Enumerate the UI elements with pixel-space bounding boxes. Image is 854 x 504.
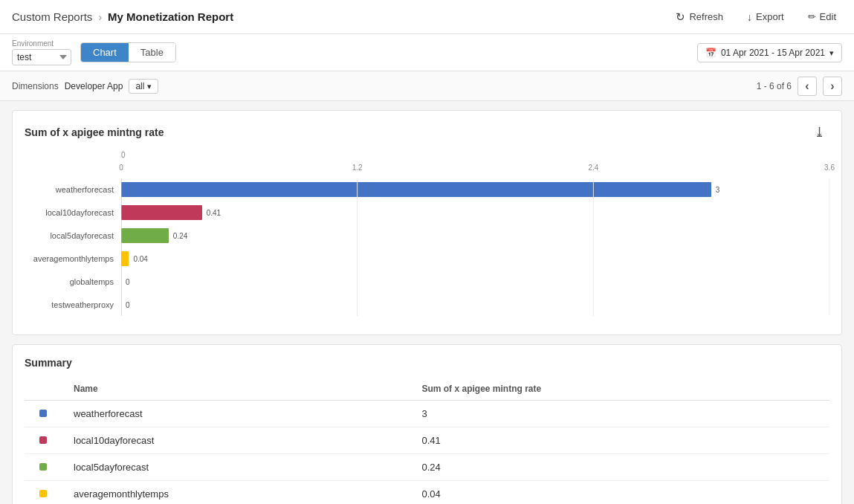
summary-row: local5dayforecast0.24 <box>25 454 829 481</box>
bar-label-1: local10dayforecast <box>25 208 121 217</box>
bar-track-1: 0.41 <box>121 205 829 220</box>
bar-fill-1 <box>121 205 202 220</box>
bar-fill-3 <box>121 251 129 266</box>
summary-value-cell: 0.41 <box>410 427 829 454</box>
bar-track-2: 0.24 <box>121 228 829 243</box>
page-header: Custom Reports › My Monetization Report … <box>0 0 854 34</box>
summary-title: Summary <box>25 357 72 369</box>
edit-icon <box>808 11 816 22</box>
bar-value-3: 0.04 <box>133 255 147 263</box>
bar-chart-rows: 01.22.43.6weatherforecast3local10dayfore… <box>25 164 829 316</box>
bar-row-3: averagemonthlytemps0.04 <box>25 248 829 270</box>
breadcrumb-current: My Monetization Report <box>108 10 233 23</box>
bar-label-3: averagemonthlytemps <box>25 254 121 263</box>
page-prev-button[interactable] <box>798 77 817 96</box>
bar-track-5: 0 <box>121 297 829 312</box>
bar-row-5: testweatherproxy0 <box>25 294 829 316</box>
summary-color-cell <box>25 427 62 454</box>
chart-download-button[interactable] <box>809 123 829 142</box>
environment-label: Environment <box>12 39 71 48</box>
breadcrumb-separator: › <box>98 11 102 23</box>
environment-select[interactable]: test prod <box>12 49 71 65</box>
col-value-header: Sum of x apigee mintng rate <box>410 378 829 401</box>
edit-button[interactable]: Edit <box>802 8 842 25</box>
summary-row: averagemonthlytemps0.04 <box>25 481 829 505</box>
summary-row: weatherforecast3 <box>25 401 829 427</box>
toolbar: Environment test prod Chart Table 01 Apr… <box>0 34 854 71</box>
bar-row-4: globaltemps0 <box>25 271 829 293</box>
summary-name-cell: local10dayforecast <box>62 427 410 454</box>
environment-select-wrap: Environment test prod <box>12 39 71 65</box>
summary-color-cell <box>25 481 62 505</box>
summary-table-header-row: Name Sum of x apigee mintng rate <box>25 378 829 401</box>
axis-label-2: 2.4 <box>588 164 598 172</box>
bar-fill-0 <box>121 182 711 197</box>
chart-card: Sum of x apigee mintng rate 0 01.22.43.6… <box>12 110 842 335</box>
pagination-text: 1 - 6 of 6 <box>757 81 792 91</box>
summary-name-cell: local5dayforecast <box>62 454 410 481</box>
summary-table: Name Sum of x apigee mintng rate weather… <box>25 378 829 504</box>
bar-row-0: weatherforecast3 <box>25 178 829 201</box>
bar-value-1: 0.41 <box>207 209 221 217</box>
color-dot <box>39 463 47 471</box>
toolbar-left: Environment test prod Chart Table <box>12 39 176 65</box>
chart-x-axis-row: 01.22.43.6 <box>121 164 829 175</box>
summary-name-cell: averagemonthlytemps <box>62 481 410 505</box>
page-next-button[interactable] <box>823 77 842 96</box>
main-content: Sum of x apigee mintng rate 0 01.22.43.6… <box>0 101 854 504</box>
bar-value-4: 0 <box>126 278 130 286</box>
dimensions-left: Dimensions Developer App all <box>12 79 158 94</box>
pagination: 1 - 6 of 6 <box>757 77 842 96</box>
dimensions-label: Dimensions <box>12 81 59 91</box>
bar-label-4: globaltemps <box>25 277 121 286</box>
tab-table[interactable]: Table <box>129 43 175 62</box>
bar-track-0: 3 <box>121 182 829 197</box>
bar-label-0: weatherforecast <box>25 185 121 194</box>
axis-label-0: 0 <box>119 164 123 172</box>
chart-wrapper: weatherforecast3local10dayforecast0.41lo… <box>25 178 829 316</box>
filter-chevron-icon <box>147 81 152 91</box>
bar-row-1: local10dayforecast0.41 <box>25 201 829 224</box>
summary-color-cell <box>25 454 62 481</box>
bar-track-4: 0 <box>121 274 829 289</box>
refresh-label: Refresh <box>689 11 723 22</box>
col-color-header <box>25 378 62 401</box>
axis-label-3: 3.6 <box>824 164 835 172</box>
bar-row-2: local5dayforecast0.24 <box>25 224 829 247</box>
summary-value-cell: 0.24 <box>410 454 829 481</box>
summary-color-cell <box>25 401 62 427</box>
export-button[interactable]: Export <box>741 8 790 26</box>
breadcrumb-parent[interactable]: Custom Reports <box>12 10 92 23</box>
bar-label-5: testweatherproxy <box>25 300 121 309</box>
bar-value-5: 0 <box>126 301 130 309</box>
bar-chart: 0 01.22.43.6weatherforecast3local10dayfo… <box>25 151 829 323</box>
edit-label: Edit <box>820 11 836 22</box>
view-tab-group: Chart Table <box>80 42 176 62</box>
export-label: Export <box>756 11 784 22</box>
export-icon <box>747 11 752 23</box>
bar-label-2: local5dayforecast <box>25 231 121 240</box>
dimensions-field: Developer App <box>65 81 123 91</box>
breadcrumb: Custom Reports › My Monetization Report <box>12 10 233 23</box>
date-chevron-icon <box>829 48 834 58</box>
refresh-button[interactable]: Refresh <box>670 7 729 27</box>
tab-chart[interactable]: Chart <box>81 43 129 62</box>
date-range-picker[interactable]: 01 Apr 2021 - 15 Apr 2021 <box>697 43 842 62</box>
date-range-value: 01 Apr 2021 - 15 Apr 2021 <box>721 48 825 58</box>
summary-value-cell: 0.04 <box>410 481 829 505</box>
summary-card-header: Summary <box>25 357 829 369</box>
summary-value-cell: 3 <box>410 401 829 427</box>
summary-name-cell: weatherforecast <box>62 401 410 427</box>
bar-track-3: 0.04 <box>121 251 829 266</box>
axis-12 <box>121 151 807 159</box>
summary-table-body: weatherforecast3local10dayforecast0.41lo… <box>25 401 829 505</box>
header-actions: Refresh Export Edit <box>670 7 842 27</box>
axis-label-1: 1.2 <box>352 164 363 172</box>
chart-title: Sum of x apigee mintng rate <box>25 126 164 138</box>
dimensions-filter[interactable]: all <box>129 79 158 94</box>
refresh-icon <box>676 10 685 24</box>
filter-value: all <box>135 81 144 91</box>
color-dot <box>39 410 47 417</box>
color-dot <box>39 490 47 497</box>
bar-value-2: 0.24 <box>173 232 187 240</box>
